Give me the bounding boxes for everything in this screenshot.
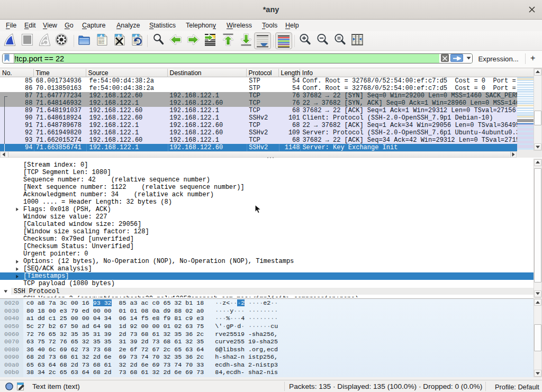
svg-text:0011: 0011 [98,42,104,44]
